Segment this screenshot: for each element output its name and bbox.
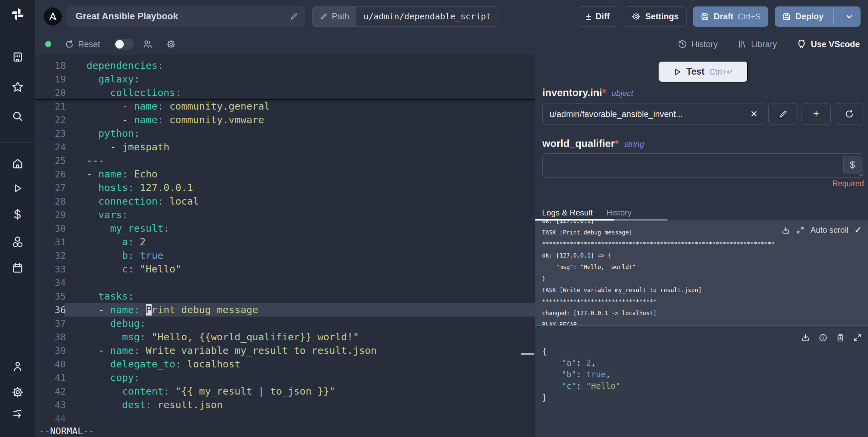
code-line[interactable]: 32b: true [35,249,535,262]
code-line[interactable]: 44 [35,412,535,425]
test-button[interactable]: Test Ctrl+↵ [658,61,748,82]
search-icon [12,111,23,122]
sidebar-item-resources[interactable] [12,236,24,248]
line-number: 34 [35,278,66,288]
code-line[interactable]: 23python: [35,127,535,140]
world-qualifier-textarea[interactable]: $ [542,153,864,178]
refresh-resource-button[interactable] [835,103,864,125]
code-editor[interactable]: 18dependencies:19galaxy:20collections:21… [35,55,535,437]
code-line[interactable]: 31a: 2 [35,235,535,249]
copy-result-icon[interactable] [836,333,845,342]
library-label: Library [751,39,777,49]
code-line[interactable]: 25--- [35,154,535,167]
sidebar-item-settings[interactable] [12,386,24,398]
sidebar-item-home[interactable] [12,158,23,169]
code-line[interactable]: 39- name: Write variable my_result to re… [35,344,535,357]
expand-logs-icon[interactable] [796,226,805,234]
clear-icon[interactable]: ✕ [750,109,758,119]
code-line[interactable]: 24- jmespath [35,140,535,154]
path-value-segment[interactable]: u/admin/dependable_script [356,7,498,26]
calendar-icon [12,262,23,274]
sidebar-item-logout[interactable] [12,407,24,419]
code-text: copy: [66,371,140,384]
diff-label: Diff [596,12,610,21]
code-line[interactable]: 40delegate_to: localhost [35,357,535,371]
edit-resource-button[interactable] [768,103,797,125]
inventory-resource-input[interactable]: u/admin/favorable_ansible_invent... ✕ [542,103,764,125]
diff-mode-toggle[interactable] [114,39,134,50]
history-button[interactable]: History [678,39,718,49]
code-text: - name: Write variable my_result to resu… [66,344,377,357]
insert-variable-button[interactable]: $ [843,156,862,174]
code-line[interactable]: 22- name: community.vmware [35,113,535,127]
code-line[interactable]: 42content: "{{ my_result | to_json }}" [35,384,535,398]
autoscroll-check-icon[interactable]: ✓ [854,225,862,235]
code-line[interactable]: 19galaxy: [35,72,535,86]
history-label: History [691,39,718,49]
library-button[interactable]: Library [737,39,777,49]
sidebar-item-favorites[interactable] [12,81,24,93]
line-number: 43 [35,400,66,410]
sidebar-item-variables[interactable]: $ [14,208,21,222]
sidebar-item-runs[interactable] [12,183,23,194]
tab-logs-result[interactable]: Logs & Result [542,208,593,217]
reset-button[interactable]: Reset [65,39,100,49]
log-line: ********************************* [542,296,862,307]
download-logs-icon[interactable] [781,226,790,235]
download-result-icon[interactable] [801,333,810,342]
windmill-logo-icon[interactable] [10,6,25,22]
path-group[interactable]: Path u/admin/dependable_script [312,6,499,27]
sidebar-item-workspace[interactable] [12,51,23,63]
code-line[interactable]: 37debug: [35,317,535,330]
building-icon [12,51,23,63]
tab-history[interactable]: History [606,208,632,217]
info-icon[interactable] [818,333,828,342]
code-line[interactable]: 43dest: result.json [35,398,535,412]
edit-title-pencil-icon[interactable] [289,12,298,21]
result-panel[interactable]: { "a": 2, "b": true, "c": "Hello"} [535,327,868,437]
sidebar-item-schedules[interactable] [12,262,23,274]
code-line[interactable]: 38msg: "Hello, {{world_qualifier}} world… [35,330,535,344]
draft-button[interactable]: Draft Ctrl+S [693,6,768,27]
history-clock-icon [678,39,687,49]
code-text: collections: [66,86,181,99]
code-line[interactable]: 20collections: [35,86,535,99]
code-line[interactable]: 21- name: community.general [35,99,535,113]
settings-button[interactable]: Settings [624,6,687,27]
code-line[interactable]: 18dependencies: [35,59,535,72]
path-label: Path [332,12,349,21]
code-line[interactable]: 34 [35,276,535,289]
code-line[interactable]: 30my_result: [35,222,535,235]
app-root: $ [0,0,868,437]
deploy-button[interactable]: Deploy [775,6,861,27]
line-number: 41 [35,373,66,383]
code-line[interactable]: 33c: "Hello" [35,262,535,276]
path-edit-segment[interactable]: Path [313,7,356,26]
code-line[interactable]: 28connection: local [35,194,535,208]
add-resource-button[interactable]: + [802,103,831,125]
use-vscode-button[interactable]: Use VScode [796,39,860,49]
script-title-field[interactable]: Great Ansible Playbook [67,6,305,27]
log-line: PLAY RECAP [542,319,862,326]
editor-resize-handle[interactable] [521,353,534,355]
code-line[interactable]: 26- name: Echo [35,167,535,181]
draft-label: Draft [714,12,733,21]
resize-grip-icon[interactable] [858,172,863,176]
deploy-dropdown-button[interactable] [838,12,861,21]
code-line[interactable]: 41copy: [35,371,535,384]
diff-button[interactable]: ± Diff [578,6,617,27]
code-line[interactable]: 36- name: Print debug message [35,303,535,317]
code-line[interactable]: 27hosts: 127.0.0.1 [35,181,535,194]
sidebar-item-search[interactable] [12,111,23,122]
code-line[interactable]: 35tasks: [35,289,535,303]
code-line[interactable]: 29vars: [35,208,535,222]
expand-result-icon[interactable] [853,333,862,342]
collaborators-button[interactable] [142,39,153,49]
line-number: 29 [35,210,66,220]
code-text: galaxy: [66,72,140,86]
world-qualifier-field-label: world_qualifier * string [542,138,864,149]
editor-settings-button[interactable] [166,39,176,49]
sidebar-item-account[interactable] [12,361,23,372]
test-shortcut: Ctrl+↵ [709,67,733,77]
logs-panel[interactable]: ok: [127.0.0.1] TASK [Print debug messag… [535,221,868,326]
